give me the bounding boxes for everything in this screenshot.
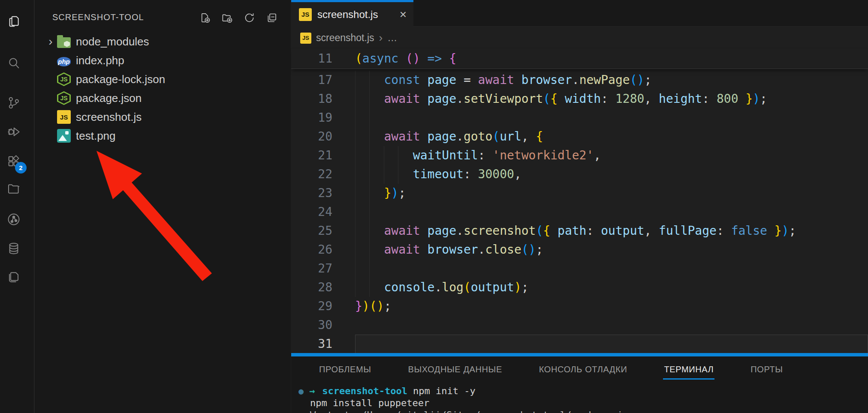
panel-resize-border[interactable] [291,353,868,356]
chevron-right-icon: › [379,31,383,45]
line-number: 25 [291,221,332,240]
line-number: 28 [291,278,332,297]
code-line[interactable]: 23 }); [291,184,868,203]
code-line[interactable]: 11(async () => { [291,49,868,68]
terminal-line: Wrote to /Users/vitalii/Sites/screenshot… [310,409,639,413]
sticky-scroll-line[interactable]: 11(async () => { [291,49,868,69]
folder-icon [57,37,71,48]
activity-bar: 2 [0,0,34,413]
line-number: 22 [291,165,332,184]
code-line[interactable]: 25 await page.screenshot({ path: output,… [291,221,868,240]
php-file-icon: php [57,57,71,66]
code-line[interactable]: 20 await page.goto(url, { [291,127,868,146]
close-icon[interactable]: × [400,9,407,21]
line-number: 23 [291,184,332,203]
collapse-all-button[interactable] [264,10,279,25]
npm-json-icon: JS [57,72,71,86]
tab-label: screenshot.js [317,9,378,21]
terminal-line: npm install puppeteer [310,397,429,409]
prompt-arrow-icon: → [309,385,315,397]
code-line[interactable]: 30 [291,316,868,335]
extensions-badge: 2 [15,162,27,174]
file-row[interactable]: ›node_modules [35,32,291,51]
chevron-right-icon: › [44,35,57,48]
js-file-icon: JS [57,110,71,124]
panel-tab-ports[interactable]: ПОРТЫ [750,359,784,380]
run-debug-icon[interactable] [3,122,24,142]
line-number: 24 [291,203,332,221]
file-row[interactable]: JSpackage-lock.json [35,70,291,89]
share-graph-icon[interactable] [3,209,24,230]
line-number: 29 [291,297,332,316]
database-icon[interactable] [3,238,24,259]
npm-json-icon: JS [57,91,71,105]
refresh-button[interactable] [242,10,256,25]
terminal-status-dot: ● [298,385,304,397]
explorer-sidebar: SCREENSHOT-TOOL ›node_modulesphpindex.ph… [35,0,291,413]
pages-icon[interactable] [3,266,24,287]
file-label: index.php [76,54,124,67]
panel-tab-terminal[interactable]: ТЕРМИНАЛ [663,359,714,380]
folder-explorer-icon[interactable] [3,178,24,199]
new-file-button[interactable] [197,10,212,25]
extensions-icon[interactable]: 2 [3,151,24,172]
code-line[interactable]: 29})(); [291,297,868,316]
file-row[interactable]: test.png [35,126,291,145]
sidebar-title: SCREENSHOT-TOOL [52,12,144,22]
code-line[interactable]: 28 console.log(output); [291,278,868,297]
file-label: test.png [76,129,116,143]
file-row[interactable]: JSscreenshot.js [35,108,291,126]
terminal-prompt-line: ● → screenshot-tool npm init -y [298,385,476,397]
file-row[interactable]: JSpackage.json [35,89,291,108]
js-file-icon: JS [299,8,312,21]
sidebar-actions [197,10,279,25]
breadcrumb-file[interactable]: screenshot.js [316,32,374,44]
file-label: package.json [76,92,142,105]
panel-tab-problems[interactable]: ПРОБЛЕМЫ [318,359,372,380]
code-line[interactable]: 24 [291,203,868,221]
line-number: 18 [291,90,332,108]
code-line[interactable]: 18 await page.setViewport({ width: 1280,… [291,90,868,108]
line-number: 30 [291,316,332,335]
file-label: node_modules [76,35,149,48]
line-number: 19 [291,108,332,127]
code-line[interactable]: 26 await browser.close(); [291,240,868,259]
code-line[interactable]: 22 timeout: 30000, [291,165,868,184]
code-line[interactable]: 19 [291,108,868,127]
line-number: 20 [291,127,332,146]
new-folder-button[interactable] [220,10,234,25]
line-number: 11 [291,49,332,68]
panel-tab-output[interactable]: ВЫХОДНЫЕ ДАННЫЕ [407,359,503,380]
terminal-cwd: screenshot-tool [322,385,407,397]
panel-tabs: ПРОБЛЕМЫ ВЫХОДНЫЕ ДАННЫЕ КОНСОЛЬ ОТЛАДКИ… [291,356,868,382]
source-control-icon[interactable] [3,93,24,113]
line-number: 31 [291,335,332,353]
line-number: 17 [291,71,332,90]
line-number: 21 [291,146,332,165]
explorer-icon[interactable] [3,11,24,32]
editor-group: JS screenshot.js × JS screenshot.js › … … [291,0,868,413]
bottom-panel: ПРОБЛЕМЫ ВЫХОДНЫЕ ДАННЫЕ КОНСОЛЬ ОТЛАДКИ… [291,353,868,413]
line-number: 27 [291,259,332,278]
tab-screenshot-js[interactable]: JS screenshot.js × [291,0,413,27]
file-row[interactable]: phpindex.php [35,51,291,70]
terminal[interactable]: ● → screenshot-tool npm init -y npm inst… [291,382,868,413]
line-number: 26 [291,240,332,259]
image-file-icon [57,129,71,143]
terminal-command: npm init -y [413,385,476,397]
code-line[interactable]: 31 [291,335,868,353]
code-line[interactable]: 17 const page = await browser.newPage(); [291,71,868,90]
panel-tab-debug-console[interactable]: КОНСОЛЬ ОТЛАДКИ [538,359,628,380]
code-line[interactable]: 21 waitUntil: 'networkidle2', [291,146,868,165]
file-label: package-lock.json [76,73,165,86]
breadcrumb-symbol[interactable]: … [387,32,397,44]
code-line[interactable]: 27 [291,259,868,278]
js-file-icon: JS [300,33,311,44]
file-label: screenshot.js [76,111,142,124]
search-icon[interactable] [3,53,24,73]
breadcrumb: JS screenshot.js › … [291,27,868,49]
code-editor[interactable]: 17 const page = await browser.newPage();… [291,71,868,353]
tab-bar: JS screenshot.js × [291,0,868,27]
file-list: ›node_modulesphpindex.phpJSpackage-lock.… [35,32,291,145]
